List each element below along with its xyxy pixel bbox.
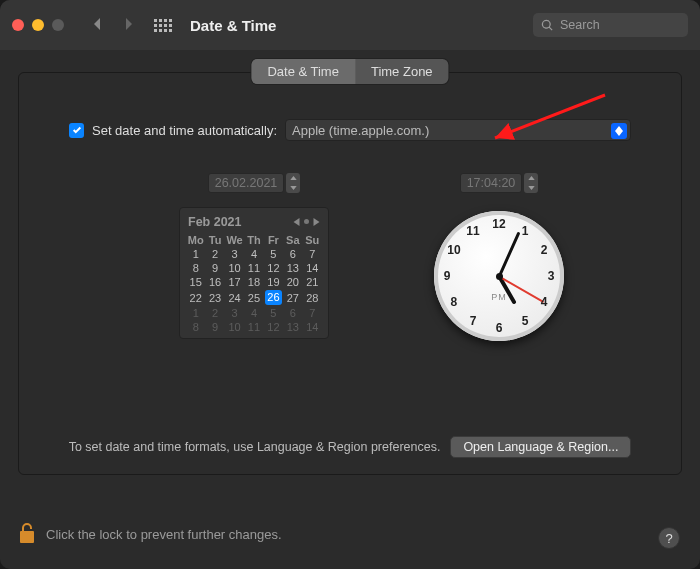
cal-day[interactable]: 28 — [303, 289, 322, 306]
time-server-value: Apple (time.apple.com.) — [292, 123, 429, 138]
clock-pin — [496, 273, 503, 280]
tab-date-time[interactable]: Date & Time — [251, 59, 355, 84]
cal-day[interactable]: 12 — [264, 261, 283, 275]
window-controls — [12, 19, 64, 31]
cal-day[interactable]: 21 — [303, 275, 322, 289]
cal-today-icon[interactable] — [304, 219, 309, 224]
cal-day[interactable]: 27 — [283, 289, 302, 306]
time-stepper[interactable] — [524, 173, 538, 193]
time-server-combo[interactable]: Apple (time.apple.com.) — [285, 119, 631, 141]
cal-next-icon[interactable] — [313, 214, 320, 229]
calendar-month: Feb 2021 — [188, 215, 242, 229]
clock-number: 11 — [466, 224, 479, 238]
cal-dow: We — [225, 233, 244, 247]
clock-number: 5 — [522, 314, 529, 328]
search-field[interactable]: Search — [533, 13, 688, 37]
minimize-window-button[interactable] — [32, 19, 44, 31]
lock-text: Click the lock to prevent further change… — [46, 527, 282, 542]
clock-number: 1 — [522, 224, 529, 238]
lock-icon[interactable] — [18, 522, 36, 547]
chevron-down-icon — [611, 123, 627, 139]
cal-day[interactable]: 15 — [186, 275, 205, 289]
cal-day[interactable]: 17 — [225, 275, 244, 289]
cal-day[interactable]: 4 — [244, 247, 263, 261]
cal-day[interactable]: 11 — [244, 261, 263, 275]
cal-day[interactable]: 13 — [283, 320, 302, 334]
date-stepper[interactable] — [286, 173, 300, 193]
calendar[interactable]: Feb 2021 MoTuWeThFrSaSu 1234567891011121… — [179, 207, 329, 339]
cal-day[interactable]: 11 — [244, 320, 263, 334]
auto-checkbox[interactable] — [69, 123, 84, 138]
cal-day[interactable]: 10 — [225, 261, 244, 275]
cal-dow: Th — [244, 233, 263, 247]
titlebar: Date & Time Search — [0, 0, 700, 50]
close-window-button[interactable] — [12, 19, 24, 31]
window-title: Date & Time — [190, 17, 276, 34]
cal-day[interactable]: 23 — [205, 289, 224, 306]
help-button[interactable]: ? — [658, 527, 680, 549]
cal-day[interactable]: 9 — [205, 261, 224, 275]
zoom-window-button — [52, 19, 64, 31]
cal-day[interactable]: 9 — [205, 320, 224, 334]
cal-day[interactable]: 13 — [283, 261, 302, 275]
clock-number: 7 — [470, 314, 477, 328]
clock-ampm: PM — [491, 292, 507, 302]
cal-day[interactable]: 3 — [225, 247, 244, 261]
tab-bar: Date & Time Time Zone — [251, 59, 448, 84]
cal-day[interactable]: 2 — [205, 247, 224, 261]
cal-day[interactable]: 3 — [225, 306, 244, 320]
open-language-region-button[interactable]: Open Language & Region... — [450, 436, 631, 458]
search-placeholder: Search — [560, 18, 600, 32]
cal-day[interactable]: 2 — [205, 306, 224, 320]
search-icon — [541, 19, 554, 32]
tab-time-zone[interactable]: Time Zone — [355, 59, 449, 84]
time-field[interactable]: 17:04:20 — [460, 173, 539, 193]
cal-dow: Sa — [283, 233, 302, 247]
cal-dow: Mo — [186, 233, 205, 247]
cal-day[interactable]: 8 — [186, 261, 205, 275]
cal-day[interactable]: 18 — [244, 275, 263, 289]
cal-day[interactable]: 4 — [244, 306, 263, 320]
cal-day[interactable]: 20 — [283, 275, 302, 289]
cal-day[interactable]: 8 — [186, 320, 205, 334]
cal-dow: Su — [303, 233, 322, 247]
cal-day[interactable]: 14 — [303, 320, 322, 334]
cal-day[interactable]: 19 — [264, 275, 283, 289]
cal-day[interactable]: 6 — [283, 247, 302, 261]
cal-day[interactable]: 24 — [225, 289, 244, 306]
cal-day[interactable]: 25 — [244, 289, 263, 306]
cal-day[interactable]: 16 — [205, 275, 224, 289]
clock-number: 10 — [447, 243, 460, 257]
clock-number: 3 — [548, 269, 555, 283]
cal-day[interactable]: 5 — [264, 247, 283, 261]
date-value: 26.02.2021 — [208, 173, 285, 193]
cal-dow: Tu — [205, 233, 224, 247]
cal-day[interactable]: 7 — [303, 306, 322, 320]
cal-day[interactable]: 14 — [303, 261, 322, 275]
clock-number: 12 — [492, 217, 505, 231]
cal-day[interactable]: 22 — [186, 289, 205, 306]
forward-button[interactable] — [122, 17, 134, 34]
format-hint: To set date and time formats, use Langua… — [69, 440, 441, 454]
cal-day[interactable]: 10 — [225, 320, 244, 334]
cal-prev-icon[interactable] — [293, 214, 300, 229]
clock-number: 4 — [541, 295, 548, 309]
back-button[interactable] — [92, 17, 104, 34]
cal-day[interactable]: 26 — [264, 289, 283, 306]
clock-number: 6 — [496, 321, 503, 335]
cal-day[interactable]: 5 — [264, 306, 283, 320]
prefs-panel: Date & Time Time Zone Set date and time … — [18, 72, 682, 475]
cal-day[interactable]: 12 — [264, 320, 283, 334]
minute-hand — [498, 232, 520, 277]
cal-day[interactable]: 1 — [186, 306, 205, 320]
clock-number: 2 — [541, 243, 548, 257]
date-field[interactable]: 26.02.2021 — [208, 173, 301, 193]
clock-number: 9 — [444, 269, 451, 283]
calendar-grid: MoTuWeThFrSaSu 1234567891011121314151617… — [186, 233, 322, 334]
show-all-icon[interactable] — [154, 19, 172, 32]
cal-dow: Fr — [264, 233, 283, 247]
cal-day[interactable]: 6 — [283, 306, 302, 320]
cal-day[interactable]: 7 — [303, 247, 322, 261]
clock-number: 8 — [451, 295, 458, 309]
cal-day[interactable]: 1 — [186, 247, 205, 261]
